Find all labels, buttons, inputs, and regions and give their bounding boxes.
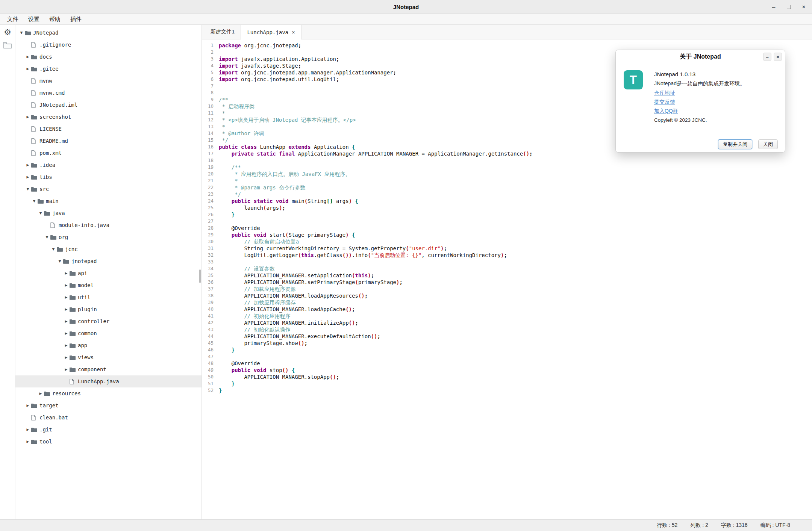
tree-item[interactable]: ▶target — [15, 399, 201, 411]
chevron-collapsed-icon[interactable]: ▶ — [63, 319, 70, 323]
tree-item[interactable]: ▼org — [15, 231, 201, 243]
dialog-link[interactable]: 提交反馈 — [654, 98, 675, 106]
dialog-button[interactable]: 复制并关闭 — [718, 139, 752, 149]
chevron-collapsed-icon[interactable]: ▶ — [63, 271, 70, 275]
open-folder-icon[interactable] — [3, 41, 12, 50]
chevron-collapsed-icon[interactable]: ▶ — [63, 343, 70, 347]
settings-gear-icon[interactable]: ⚙ — [4, 28, 11, 36]
dialog-link[interactable]: 仓库地址 — [654, 89, 675, 97]
code-line[interactable]: 50 APPLICATION_MANAGER.stopApp(); — [202, 374, 812, 380]
code-line[interactable]: 38 APPLICATION_MANAGER.loadAppResources(… — [202, 292, 812, 299]
tree-item[interactable]: ▶.gitee — [15, 63, 201, 75]
code-line[interactable]: 43 // 初始化默认操作 — [202, 326, 812, 333]
tree-item[interactable]: ▶common — [15, 327, 201, 339]
chevron-collapsed-icon[interactable]: ▶ — [63, 295, 70, 299]
dialog-button[interactable]: 关闭 — [758, 139, 778, 149]
tree-item[interactable]: ▶screenshot — [15, 111, 201, 123]
tree-item[interactable]: ▼src — [15, 183, 201, 195]
chevron-collapsed-icon[interactable]: ▶ — [63, 283, 70, 287]
chevron-collapsed-icon[interactable]: ▶ — [24, 440, 31, 443]
chevron-collapsed-icon[interactable]: ▶ — [24, 67, 31, 71]
tree-item[interactable]: ▼jcnc — [15, 243, 201, 255]
chevron-collapsed-icon[interactable]: ▶ — [63, 368, 70, 371]
tree-item[interactable]: ▶views — [15, 351, 201, 363]
code-line[interactable]: 34 // 设置参数 — [202, 265, 812, 272]
tree-item[interactable]: ▶docs — [15, 51, 201, 63]
tree-item[interactable]: ▶libs — [15, 171, 201, 183]
tree-item[interactable]: ▶plugin — [15, 303, 201, 315]
code-line[interactable]: 20 * 应用程序的入口点。启动 JavaFX 应用程序。 — [202, 171, 812, 177]
tree-item[interactable]: pom.xml — [15, 147, 201, 159]
chevron-collapsed-icon[interactable]: ▶ — [63, 331, 70, 335]
code-line[interactable]: 21 * — [202, 177, 812, 184]
editor-tab[interactable]: LunchApp.java× — [241, 25, 301, 39]
code-line[interactable]: 51 } — [202, 380, 812, 387]
code-line[interactable]: 32 LogUtil.getLogger(this.getClass()).in… — [202, 252, 812, 259]
chevron-collapsed-icon[interactable]: ▶ — [24, 55, 31, 59]
chevron-collapsed-icon[interactable]: ▶ — [24, 175, 31, 179]
tree-item[interactable]: ▶app — [15, 339, 201, 351]
chevron-collapsed-icon[interactable]: ▶ — [24, 115, 31, 119]
tree-item[interactable]: .gitignore — [15, 39, 201, 51]
code-line[interactable]: 24 public static void main(String[] args… — [202, 198, 812, 204]
code-line[interactable]: 27 — [202, 218, 812, 225]
tab-close-icon[interactable]: × — [292, 29, 295, 35]
tree-item[interactable]: ▶controller — [15, 315, 201, 327]
tree-item[interactable]: ▼jnotepad — [15, 255, 201, 267]
tree-item[interactable]: ▼main — [15, 195, 201, 207]
chevron-expanded-icon[interactable]: ▼ — [18, 31, 25, 35]
chevron-expanded-icon[interactable]: ▼ — [31, 199, 38, 203]
chevron-collapsed-icon[interactable]: ▶ — [24, 163, 31, 167]
code-line[interactable]: 35 APPLICATION_MANAGER.setApplication(th… — [202, 272, 812, 279]
code-line[interactable]: 46 } — [202, 346, 812, 353]
tree-item[interactable]: mvnw — [15, 75, 201, 87]
menu-item[interactable]: 文件 — [3, 15, 23, 24]
code-line[interactable]: 48 @Override — [202, 360, 812, 367]
code-line[interactable]: 44 APPLICATION_MANAGER.executeDefaultAct… — [202, 333, 812, 340]
window-close-icon[interactable]: × — [801, 4, 807, 10]
code-line[interactable]: 49 public void stop() { — [202, 367, 812, 374]
dialog-titlebar[interactable]: 关于 JNotepad – × — [616, 50, 785, 64]
tree-item[interactable]: ▶resources — [15, 387, 201, 399]
code-line[interactable]: 36 APPLICATION_MANAGER.setPrimaryStage(p… — [202, 279, 812, 286]
dialog-close-icon[interactable]: × — [774, 53, 782, 61]
tree-item[interactable]: LunchApp.java — [15, 375, 201, 387]
chevron-expanded-icon[interactable]: ▼ — [44, 235, 50, 239]
code-line[interactable]: 25 launch(args); — [202, 204, 812, 211]
tree-item[interactable]: ▼JNotepad — [15, 27, 201, 39]
tree-item[interactable]: ▶api — [15, 267, 201, 279]
code-line[interactable]: 45 primaryStage.show(); — [202, 340, 812, 346]
chevron-expanded-icon[interactable]: ▼ — [24, 187, 31, 191]
tree-item[interactable]: README.md — [15, 135, 201, 147]
chevron-expanded-icon[interactable]: ▼ — [50, 247, 57, 251]
tree-item[interactable]: JNotepad.iml — [15, 99, 201, 111]
tree-item[interactable]: ▶.git — [15, 424, 201, 436]
chevron-collapsed-icon[interactable]: ▶ — [63, 307, 70, 311]
tree-item[interactable]: ▶.idea — [15, 159, 201, 171]
tree-item[interactable]: LICENSE — [15, 123, 201, 135]
chevron-collapsed-icon[interactable]: ▶ — [24, 428, 31, 431]
tree-item[interactable]: module-info.java — [15, 219, 201, 231]
tree-item[interactable]: ▶tool — [15, 436, 201, 448]
code-line[interactable]: 1package org.jcnc.jnotepad; — [202, 42, 812, 49]
code-line[interactable]: 19 /** — [202, 164, 812, 171]
tree-item[interactable]: mvnw.cmd — [15, 87, 201, 99]
code-line[interactable]: 52} — [202, 387, 812, 394]
tree-item[interactable]: ▶component — [15, 363, 201, 375]
window-maximize-icon[interactable] — [786, 4, 792, 10]
code-line[interactable]: 30 // 获取当前启动位置a — [202, 238, 812, 245]
tree-item[interactable]: ▶util — [15, 291, 201, 303]
code-line[interactable]: 37 // 加载应用程序资源 — [202, 286, 812, 292]
tree-item[interactable]: clean.bat — [15, 411, 201, 424]
chevron-expanded-icon[interactable]: ▼ — [56, 259, 63, 263]
code-line[interactable]: 41 // 初始化应用程序 — [202, 313, 812, 319]
window-minimize-icon[interactable]: – — [771, 4, 777, 10]
chevron-collapsed-icon[interactable]: ▶ — [63, 356, 70, 359]
code-line[interactable]: 22 * @param args 命令行参数 — [202, 184, 812, 191]
tree-item[interactable]: ▶model — [15, 279, 201, 291]
code-line[interactable]: 47 — [202, 353, 812, 360]
code-line[interactable]: 39 // 加载应用程序缓存 — [202, 299, 812, 306]
tree-scrollbar-thumb[interactable] — [199, 269, 201, 283]
dialog-link[interactable]: 加入QQ群 — [654, 107, 678, 115]
dialog-minimize-icon[interactable]: – — [763, 53, 771, 61]
